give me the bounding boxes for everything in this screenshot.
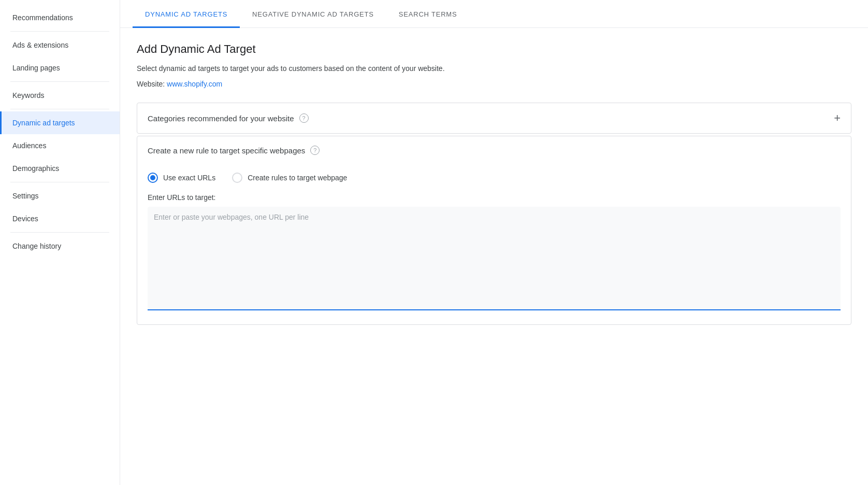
sidebar-item-landing-pages[interactable]: Landing pages	[0, 56, 120, 79]
radio-exact-urls[interactable]: Use exact URLs	[148, 173, 215, 183]
content-area: Add Dynamic Ad Target Select dynamic ad …	[120, 28, 868, 485]
rule-help-icon[interactable]: ?	[310, 146, 320, 155]
categories-section: Categories recommended for your website …	[137, 103, 851, 134]
radio-create-rules-circle	[232, 173, 242, 183]
radio-group: Use exact URLs Create rules to target we…	[148, 173, 841, 183]
sidebar: Recommendations Ads & extensions Landing…	[0, 0, 120, 485]
url-input-label: Enter URLs to target:	[148, 193, 841, 202]
website-url: www.shopify.com	[167, 80, 222, 88]
tab-search-terms[interactable]: SEARCH TERMS	[386, 0, 470, 28]
page-title: Add Dynamic Ad Target	[137, 42, 851, 56]
sidebar-divider-1	[10, 31, 109, 32]
rule-header-left: Create a new rule to target specific web…	[148, 146, 320, 155]
rule-section: Create a new rule to target specific web…	[137, 136, 851, 325]
categories-header-left: Categories recommended for your website …	[148, 113, 309, 123]
sidebar-item-audiences[interactable]: Audiences	[0, 134, 120, 157]
rule-section-header: Create a new rule to target specific web…	[137, 136, 851, 164]
rule-body: Use exact URLs Create rules to target we…	[137, 164, 851, 324]
radio-create-rules-label: Create rules to target webpage	[248, 174, 347, 182]
radio-create-rules[interactable]: Create rules to target webpage	[232, 173, 347, 183]
website-line: Website: www.shopify.com	[137, 80, 851, 88]
tab-negative-dynamic-ad-targets[interactable]: NEGATIVE DYNAMIC AD TARGETS	[240, 0, 386, 28]
url-textarea-wrapper	[148, 207, 841, 312]
rule-section-label: Create a new rule to target specific web…	[148, 146, 305, 155]
sidebar-item-demographics[interactable]: Demographics	[0, 157, 120, 180]
sidebar-divider-3	[10, 109, 109, 109]
radio-exact-urls-circle	[148, 173, 158, 183]
sidebar-item-keywords[interactable]: Keywords	[0, 84, 120, 107]
page-description: Select dynamic ad targets to target your…	[137, 64, 851, 73]
radio-exact-urls-label: Use exact URLs	[163, 174, 215, 182]
sidebar-item-settings[interactable]: Settings	[0, 184, 120, 207]
sidebar-divider-2	[10, 81, 109, 82]
sidebar-item-recommendations[interactable]: Recommendations	[0, 6, 120, 29]
categories-help-icon[interactable]: ?	[299, 113, 309, 123]
tab-dynamic-ad-targets[interactable]: DYNAMIC AD TARGETS	[133, 0, 240, 28]
categories-plus-icon[interactable]: +	[834, 112, 841, 124]
sidebar-item-change-history[interactable]: Change history	[0, 235, 120, 258]
sidebar-item-ads-extensions[interactable]: Ads & extensions	[0, 34, 120, 56]
sidebar-item-dynamic-ad-targets[interactable]: Dynamic ad targets	[0, 111, 120, 134]
categories-section-header[interactable]: Categories recommended for your website …	[137, 103, 851, 133]
sidebar-divider-5	[10, 232, 109, 233]
tabs-bar: DYNAMIC AD TARGETS NEGATIVE DYNAMIC AD T…	[120, 0, 868, 28]
categories-label: Categories recommended for your website	[148, 114, 294, 123]
sidebar-divider-4	[10, 182, 109, 182]
main-content: DYNAMIC AD TARGETS NEGATIVE DYNAMIC AD T…	[120, 0, 868, 485]
url-textarea[interactable]	[148, 207, 841, 310]
sidebar-item-devices[interactable]: Devices	[0, 207, 120, 230]
